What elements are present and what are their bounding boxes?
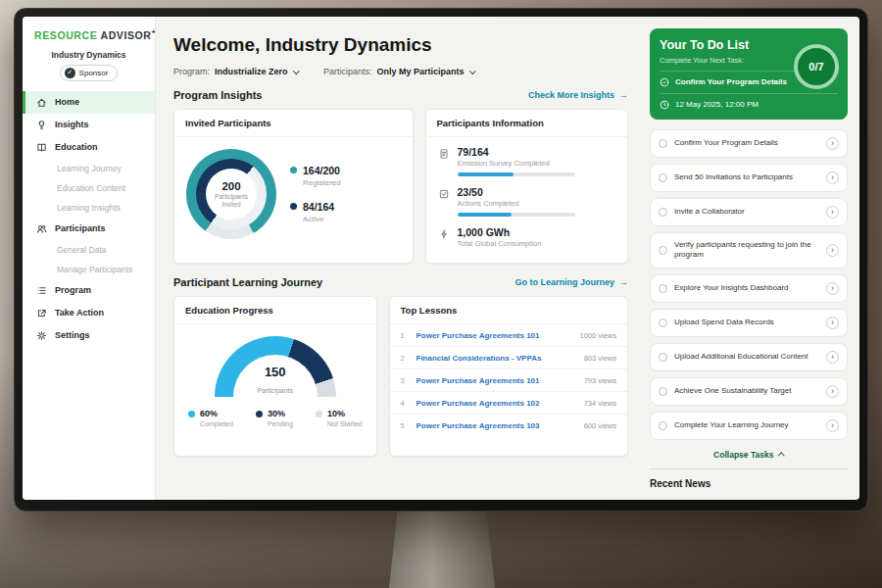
sponsor-icon: ✓	[65, 68, 75, 78]
lesson-rank: 5	[401, 421, 409, 430]
chevron-right-icon[interactable]: ›	[826, 172, 839, 184]
donut-center: 200 Participants Invited	[206, 169, 257, 220]
task-item[interactable]: Verify participants requesting to join t…	[650, 232, 848, 269]
legend-item: 84/164 Active	[290, 201, 341, 223]
task-item[interactable]: Upload Additional Educational Content ›	[650, 343, 848, 371]
program-insights-header: Program Insights Check More Insights →	[173, 89, 628, 101]
list-icon	[36, 285, 47, 296]
legend-dot	[256, 411, 263, 417]
program-filter[interactable]: Program: Industrialize Zero	[173, 67, 298, 76]
chevron-right-icon[interactable]: ›	[826, 137, 839, 150]
sidebar-item-label: Participants	[55, 223, 106, 233]
monitor-stand	[389, 511, 495, 588]
task-label: Invite a Collaborator	[674, 207, 819, 217]
task-item[interactable]: Confirm Your Program Details ›	[650, 129, 848, 158]
legend-item: 164/200 Registered	[290, 165, 341, 187]
lesson-link[interactable]: Power Purchase Agreements 102	[416, 399, 576, 408]
go-to-learning-journey-link[interactable]: Go to Learning Journey →	[514, 277, 628, 287]
lesson-link[interactable]: Power Purchase Agreements 101	[416, 331, 572, 340]
section-title: Participant Learning Journey	[173, 276, 322, 288]
sidebar-item-learning-insights[interactable]: Learning Insights	[23, 198, 155, 218]
sidebar-item-education[interactable]: Education	[23, 136, 155, 159]
task-item[interactable]: Complete Your Learning Journey ›	[650, 412, 848, 440]
gauge-center: 150 Participants	[215, 365, 336, 397]
task-item[interactable]: Explore Your Insights Dashboard ›	[650, 274, 848, 303]
legend-value: 164/200	[303, 165, 341, 176]
checkbox-icon[interactable]	[659, 173, 667, 182]
lesson-row: 2 Financial Considerations - VPPAs 803 v…	[390, 347, 628, 369]
top-lessons-card: Top Lessons 1 Power Purchase Agreements …	[389, 296, 629, 457]
chevron-right-icon[interactable]: ›	[826, 385, 839, 398]
legend-dot	[316, 411, 322, 417]
recent-news-section: Recent News	[650, 468, 848, 489]
sponsor-label: Sponsor	[79, 69, 109, 77]
todo-panel: Your To Do List Complete Your Next Task:…	[640, 17, 859, 500]
sidebar-item-home[interactable]: Home	[23, 91, 155, 114]
legend-label: Registered	[303, 178, 341, 187]
sidebar-item-program[interactable]: Program	[23, 279, 155, 302]
task-item[interactable]: Achieve One Sustainability Target ›	[650, 377, 848, 406]
task-label: Upload Additional Educational Content	[674, 352, 819, 362]
lesson-link[interactable]: Power Purchase Agreements 103	[416, 421, 576, 430]
lesson-link[interactable]: Power Purchase Agreements 101	[416, 376, 576, 385]
chevron-right-icon[interactable]: ›	[826, 317, 839, 329]
task-item[interactable]: Invite a Collaborator ›	[650, 198, 848, 226]
card-title: Top Lessons	[390, 297, 628, 324]
task-item[interactable]: Send 50 Invitations to Participants ›	[650, 164, 848, 192]
link-label: Check More Insights	[528, 90, 614, 100]
chevron-right-icon[interactable]: ›	[826, 206, 839, 219]
sidebar-item-education-content[interactable]: Education Content	[23, 178, 155, 198]
sidebar-item-manage-participants[interactable]: Manage Participants	[23, 260, 155, 279]
sidebar-item-participants[interactable]: Participants	[23, 218, 155, 240]
checkbox-icon[interactable]	[659, 387, 667, 396]
check-more-insights-link[interactable]: Check More Insights →	[528, 90, 628, 100]
gauge-legend: 60% Completed 30% Pending	[174, 397, 376, 427]
donut-center-label: Participants Invited	[206, 193, 257, 208]
lesson-views: 600 views	[584, 421, 616, 430]
stat-label: Emission Survey Completed	[458, 159, 575, 168]
checkbox-icon[interactable]	[659, 284, 667, 293]
card-title: Invited Participants	[174, 110, 413, 137]
learning-cards-row: Education Progress 150 Participants	[173, 296, 628, 457]
legend-label: Not Started	[327, 420, 362, 427]
lesson-link[interactable]: Financial Considerations - VPPAs	[416, 354, 576, 363]
task-item[interactable]: Upload Spend Data Records ›	[650, 309, 848, 337]
todo-progress-ring: 0/7	[794, 44, 839, 89]
participants-filter[interactable]: Participants: Only My Participants	[323, 67, 474, 76]
collapse-tasks-button[interactable]: Collapse Tasks	[650, 446, 848, 468]
education-progress-gauge: 150 Participants	[215, 336, 336, 397]
checkbox-icon[interactable]	[659, 353, 667, 362]
checkbox-icon[interactable]	[659, 421, 667, 430]
chevron-right-icon[interactable]: ›	[826, 419, 839, 432]
todo-due: 12 May 2025, 12:00 PM	[660, 93, 838, 110]
checkbox-icon[interactable]	[659, 246, 667, 255]
sidebar-item-learning-journey[interactable]: Learning Journey	[23, 159, 155, 178]
sidebar-item-insights[interactable]: Insights	[23, 114, 155, 136]
filter-bar: Program: Industrialize Zero Participants…	[173, 67, 628, 76]
check-circle-icon	[660, 77, 669, 87]
chevron-right-icon[interactable]: ›	[826, 282, 839, 295]
checkbox-icon[interactable]	[659, 139, 667, 148]
legend-value: 30%	[268, 409, 293, 418]
task-label: Confirm Your Program Details	[674, 138, 819, 148]
gauge-center-label: Participants	[257, 387, 293, 394]
stat-emission-survey: 79/164 Emission Survey Completed	[438, 146, 616, 176]
collapse-label: Collapse Tasks	[713, 450, 773, 460]
chevron-right-icon[interactable]: ›	[826, 244, 839, 257]
arrow-right-icon: →	[619, 90, 628, 100]
sponsor-badge[interactable]: ✓ Sponsor	[60, 65, 119, 81]
people-icon	[36, 223, 47, 234]
checkbox-icon[interactable]	[659, 208, 667, 217]
sidebar-item-take-action[interactable]: Take Action	[23, 302, 155, 324]
sidebar-item-general-data[interactable]: General Data	[23, 240, 155, 260]
sidebar-item-settings[interactable]: Settings	[23, 324, 155, 347]
lesson-rank: 2	[401, 354, 409, 363]
chevron-right-icon[interactable]: ›	[826, 351, 839, 364]
photo-background: RESOURCE ADVISOR+ Industry Dynamics ✓ Sp…	[0, 0, 882, 588]
dashboard-screen: RESOURCE ADVISOR+ Industry Dynamics ✓ Sp…	[23, 17, 859, 500]
stat-global-consumption: 1,000 GWh Total Global Consumption	[438, 226, 616, 248]
checkbox-icon[interactable]	[659, 318, 667, 327]
app-logo: RESOURCE ADVISOR+	[23, 26, 155, 41]
stat-value: 1,000 GWh	[458, 226, 542, 238]
gauge-center-value: 150	[215, 365, 336, 379]
